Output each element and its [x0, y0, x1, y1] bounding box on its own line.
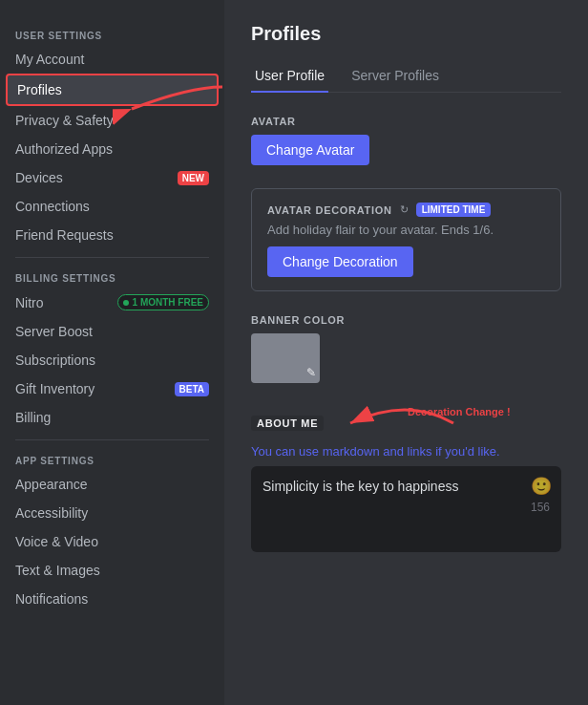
about-me-label-row: ABOUT ME Decoration Change !: [251, 406, 561, 440]
about-me-box[interactable]: Simplicity is the key to happiness 🙂 156: [251, 466, 561, 552]
sidebar-section-privacy: Privacy & Safety Authorized Apps Devices…: [6, 106, 219, 249]
sidebar-item-label: Authorized Apps: [15, 141, 113, 157]
sidebar-item-label: Nitro: [15, 295, 44, 310]
sidebar-divider-billing: [15, 257, 209, 258]
tab-server-profiles[interactable]: Server Profiles: [347, 60, 443, 93]
sidebar-item-label: Appearance: [15, 477, 88, 492]
sidebar-item-label: Connections: [15, 199, 90, 214]
sidebar-item-label: Voice & Video: [15, 534, 98, 549]
sidebar-item-profiles[interactable]: Profiles: [6, 74, 219, 106]
sidebar-item-label: Friend Requests: [15, 227, 114, 243]
sidebar-section-billing: BILLING SETTINGS Nitro 1 MONTH FREE Serv…: [6, 266, 219, 432]
sidebar-section-label-billing: BILLING SETTINGS: [6, 266, 219, 288]
decoration-header: AVATAR DECORATION ↻ LIMITED TIME: [267, 203, 545, 217]
sidebar-item-label: Profiles: [17, 82, 62, 97]
gift-beta-badge: BETA: [175, 382, 209, 396]
refresh-icon[interactable]: ↻: [400, 203, 409, 216]
emoji-icon[interactable]: 🙂: [531, 476, 552, 497]
decoration-section: AVATAR DECORATION ↻ LIMITED TIME Add hol…: [251, 188, 561, 291]
sidebar-item-nitro[interactable]: Nitro 1 MONTH FREE: [6, 288, 219, 317]
sidebar-item-billing[interactable]: Billing: [6, 403, 219, 432]
sidebar-item-voice-video[interactable]: Voice & Video: [6, 527, 219, 556]
about-me-text: Simplicity is the key to happiness: [262, 479, 458, 494]
about-me-section: ABOUT ME Decoration Change ! You can use…: [251, 406, 561, 552]
tabs: User Profile Server Profiles: [251, 60, 561, 93]
page-title: Profiles: [251, 23, 561, 45]
banner-color-swatch[interactable]: ✎: [251, 333, 320, 383]
main-content: Profiles User Profile Server Profiles AV…: [224, 0, 588, 705]
sidebar-item-label: Billing: [15, 410, 51, 425]
sidebar-item-authorized-apps[interactable]: Authorized Apps: [6, 135, 219, 163]
sidebar-item-label: Subscriptions: [15, 352, 95, 368]
sidebar-item-my-account[interactable]: My Account: [6, 45, 219, 74]
sidebar-item-accessibility[interactable]: Accessibility: [6, 499, 219, 527]
devices-new-badge: NEW: [178, 171, 209, 185]
sidebar-item-label: Privacy & Safety: [15, 113, 114, 128]
sidebar-item-label: Server Boost: [15, 324, 93, 339]
sidebar-item-gift-inventory[interactable]: Gift Inventory BETA: [6, 374, 219, 403]
sidebar-divider-app: [15, 439, 209, 440]
sidebar-item-label: Accessibility: [15, 505, 88, 521]
avatar-label: AVATAR: [251, 116, 561, 127]
sidebar-section-label-app: APP SETTINGS: [6, 448, 219, 470]
sidebar-item-label: Devices: [15, 170, 63, 185]
sidebar-section-user-settings: USER SETTINGS My Account Profiles: [6, 23, 219, 106]
nitro-free-badge: 1 MONTH FREE: [117, 294, 209, 310]
limited-time-badge: LIMITED TIME: [416, 203, 492, 217]
sidebar-item-notifications[interactable]: Notifications: [6, 585, 219, 613]
change-avatar-button[interactable]: Change Avatar: [251, 135, 369, 165]
sidebar-item-appearance[interactable]: Appearance: [6, 470, 219, 499]
nitro-dot: [123, 300, 129, 306]
tab-user-profile[interactable]: User Profile: [251, 60, 328, 93]
banner-section: BANNER COLOR ✎: [251, 314, 561, 383]
about-me-hint: You can use markdown and links if you'd …: [251, 444, 561, 459]
decoration-label: AVATAR DECORATION: [267, 204, 392, 216]
change-decoration-button[interactable]: Change Decoration: [267, 246, 413, 277]
sidebar-item-label: My Account: [15, 52, 84, 67]
nitro-badge-label: 1 MONTH FREE: [133, 297, 203, 308]
sidebar-item-devices[interactable]: Devices NEW: [6, 163, 219, 192]
decoration-description: Add holiday flair to your avatar. Ends 1…: [267, 223, 545, 237]
sidebar-item-server-boost[interactable]: Server Boost: [6, 317, 219, 346]
sidebar-item-label: Text & Images: [15, 563, 100, 578]
sidebar-section-label-user-settings: USER SETTINGS: [6, 23, 219, 45]
about-me-char-count: 156: [262, 501, 550, 514]
sidebar-item-privacy-safety[interactable]: Privacy & Safety: [6, 106, 219, 135]
sidebar: USER SETTINGS My Account Profiles Privac…: [0, 0, 224, 705]
sidebar-section-app: APP SETTINGS Appearance Accessibility Vo…: [6, 448, 219, 613]
sidebar-item-friend-requests[interactable]: Friend Requests: [6, 221, 219, 249]
about-me-arrow: Decoration Change !: [331, 406, 455, 440]
banner-label: BANNER COLOR: [251, 314, 561, 326]
sidebar-item-connections[interactable]: Connections: [6, 192, 219, 221]
avatar-section: AVATAR Change Avatar: [251, 116, 561, 165]
sidebar-item-subscriptions[interactable]: Subscriptions: [6, 346, 219, 374]
edit-icon: ✎: [306, 366, 316, 379]
arrow-label: Decoration Change !: [408, 406, 511, 417]
sidebar-item-label: Gift Inventory: [15, 381, 94, 396]
about-me-label: ABOUT ME: [251, 416, 324, 431]
sidebar-item-text-images[interactable]: Text & Images: [6, 556, 219, 585]
sidebar-item-label: Notifications: [15, 591, 88, 607]
